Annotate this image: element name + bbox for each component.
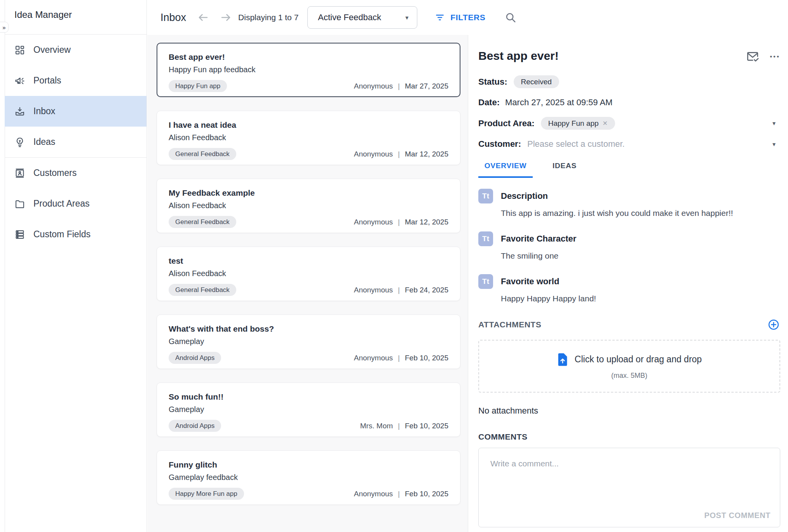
sidebar-item-inbox[interactable]: Inbox <box>5 96 146 127</box>
attachments-header-row: ATTACHMENTS <box>478 318 780 331</box>
feedback-subtitle: Alison Feedback <box>169 200 448 211</box>
folder-icon <box>14 198 25 209</box>
upload-dropzone[interactable]: Click to upload or drag and drop (max. 5… <box>478 340 780 393</box>
filters-label: FILTERS <box>450 13 485 22</box>
feedback-author: Anonymous <box>354 218 393 226</box>
feedback-author: Anonymous <box>354 286 393 294</box>
sidebar-item-custom-fields[interactable]: Custom Fields <box>5 219 146 250</box>
feedback-filter-value: Active Feedback <box>318 12 405 23</box>
sidebar-item-customers[interactable]: Customers <box>5 158 146 188</box>
meta-separator: | <box>398 218 400 226</box>
sidebar-item-label: Inbox <box>33 106 55 116</box>
sidebar-item-label: Customers <box>33 168 77 178</box>
customer-row[interactable]: Customer: Please select a customer. ▾ <box>478 139 780 149</box>
arrow-left-icon <box>197 12 209 23</box>
feedback-author: Anonymous <box>354 490 393 498</box>
comment-composer: POST COMMENT <box>478 448 780 527</box>
product-area-chip: Happy More Fun app <box>169 488 244 500</box>
feedback-meta: Anonymous | Mar 12, 2025 <box>354 218 448 226</box>
feedback-card[interactable]: Funny glitch Gameplay feedback Happy Mor… <box>157 450 460 505</box>
field-favorite-world: Tt Favorite world Happy Happy Happy land… <box>478 274 780 303</box>
meta-separator: | <box>398 490 400 498</box>
remove-chip-icon[interactable]: ✕ <box>603 120 608 127</box>
feedback-date: Feb 10, 2025 <box>405 490 448 498</box>
meta-separator: | <box>398 150 400 158</box>
feedback-subtitle: Gameplay feedback <box>169 472 448 483</box>
feedback-meta: Anonymous | Mar 27, 2025 <box>354 82 448 90</box>
product-area-chip: Android Apps <box>169 352 221 364</box>
meta-separator: | <box>398 286 400 294</box>
sidebar-item-label: Overview <box>33 45 71 55</box>
more-options-button[interactable]: ••• <box>770 53 780 61</box>
sidebar-item-overview[interactable]: Overview <box>5 35 146 65</box>
feedback-card[interactable]: Best app ever! Happy Fun app feedback Ha… <box>157 43 460 97</box>
product-area-row[interactable]: Product Area: Happy Fun app ✕ ▾ <box>478 117 780 130</box>
status-label: Status: <box>478 77 507 87</box>
sidebar-item-product-areas[interactable]: Product Areas <box>5 188 146 219</box>
feedback-card[interactable]: test Alison Feedback General Feedback An… <box>157 247 460 301</box>
app-window: » Idea Manager Overview Portals <box>0 0 788 532</box>
comments-header-row: COMMENTS <box>478 432 780 442</box>
upload-size-hint: (max. 5MB) <box>611 372 647 380</box>
feedback-date: Feb 10, 2025 <box>405 422 448 430</box>
dashboard-icon <box>14 45 25 56</box>
add-attachment-button[interactable] <box>767 318 780 331</box>
chevron-double-right-icon: » <box>2 24 5 31</box>
text-field-icon: Tt <box>478 231 493 246</box>
feedback-card[interactable]: I have a neat idea Alison Feedback Gener… <box>157 111 460 165</box>
feedback-title: Funny glitch <box>169 459 448 470</box>
feedback-title: What's with that end boss? <box>169 323 448 334</box>
feedback-filter-select[interactable]: Active Feedback ▾ <box>307 6 417 29</box>
displaying-range: Displaying 1 to 7 <box>238 13 298 22</box>
feedback-meta: Anonymous | Feb 10, 2025 <box>354 354 448 362</box>
feedback-card[interactable]: What's with that end boss? Gameplay Andr… <box>157 315 460 369</box>
filters-button[interactable]: FILTERS <box>435 12 485 23</box>
mark-read-button[interactable] <box>745 49 760 64</box>
rows-icon <box>14 229 25 240</box>
feedback-subtitle: Alison Feedback <box>169 132 448 143</box>
custom-fields-list: Tt Description This app is amazing. i ju… <box>478 189 780 303</box>
megaphone-icon <box>14 75 25 86</box>
tab-overview[interactable]: OVERVIEW <box>478 157 533 178</box>
sidebar-item-ideas[interactable]: Ideas <box>5 127 146 157</box>
feedback-meta: Anonymous | Mar 12, 2025 <box>354 150 448 158</box>
lightbulb-icon <box>14 137 25 148</box>
post-comment-button[interactable]: POST COMMENT <box>704 511 771 520</box>
feedback-date: Mar 12, 2025 <box>405 150 448 158</box>
text-field-icon: Tt <box>478 189 493 203</box>
sidebar-item-label: Custom Fields <box>33 229 91 240</box>
tab-ideas[interactable]: IDEAS <box>545 157 584 178</box>
upload-instruction: Click to upload or drag and drop <box>575 354 702 365</box>
status-row: Status: Received <box>478 75 780 88</box>
next-page-button[interactable] <box>220 11 232 24</box>
feedback-title: My Feedback example <box>169 188 448 198</box>
comment-input[interactable] <box>479 448 780 502</box>
feedback-list: Best app ever! Happy Fun app feedback Ha… <box>147 35 468 532</box>
prev-page-button[interactable] <box>197 11 209 24</box>
product-area-chip: General Feedback <box>169 284 236 296</box>
chevron-down-icon[interactable]: ▾ <box>772 120 776 127</box>
feedback-date: Feb 24, 2025 <box>405 286 448 294</box>
customer-label: Customer: <box>478 139 521 149</box>
feedback-title: So much fun!! <box>169 391 448 402</box>
sidebar-nav: Overview Portals Inbox <box>5 35 146 250</box>
product-area-value: Happy Fun app <box>548 119 599 128</box>
feedback-subtitle: Alison Feedback <box>169 268 448 279</box>
chevron-down-icon[interactable]: ▾ <box>772 141 776 148</box>
feedback-meta: Anonymous | Feb 10, 2025 <box>354 490 448 498</box>
sidebar-item-label: Portals <box>33 75 61 86</box>
product-area-chip: General Feedback <box>169 148 236 160</box>
list-header: Inbox Displaying 1 to 7 Active Feedback … <box>147 0 788 35</box>
sidebar-item-portals[interactable]: Portals <box>5 65 146 96</box>
feedback-card[interactable]: So much fun!! Gameplay Android Apps Mrs.… <box>157 382 460 437</box>
feedback-card[interactable]: My Feedback example Alison Feedback Gene… <box>157 179 460 233</box>
field-value: Happy Happy Happy land! <box>501 294 780 303</box>
feedback-author: Mrs. Mom <box>360 422 393 430</box>
field-description: Tt Description This app is amazing. i ju… <box>478 189 780 218</box>
feedback-date: Mar 27, 2025 <box>405 82 448 90</box>
text-field-icon: Tt <box>478 274 493 289</box>
search-button[interactable] <box>504 11 517 24</box>
sidebar-item-label: Ideas <box>33 137 55 147</box>
sidebar: » Idea Manager Overview Portals <box>0 0 147 532</box>
sidebar-collapse-button[interactable]: » <box>0 22 9 33</box>
